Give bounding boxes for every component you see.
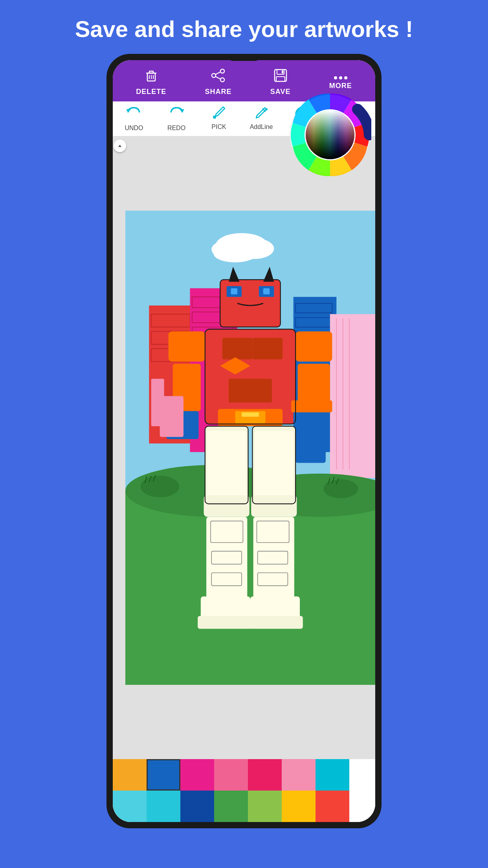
redo-tool[interactable]: REDO (155, 105, 198, 132)
pick-tool[interactable]: PICK (198, 105, 240, 131)
svg-rect-62 (252, 338, 283, 359)
share-label: SHARE (205, 88, 231, 96)
delete-icon (144, 68, 159, 85)
svg-rect-74 (295, 331, 332, 362)
svg-rect-77 (295, 441, 326, 463)
svg-rect-86 (255, 430, 294, 499)
save-button[interactable]: SAVE (270, 68, 291, 96)
palette-color-orange[interactable] (113, 759, 147, 791)
tools-row: UNDO REDO (113, 101, 375, 136)
redo-label: REDO (167, 125, 185, 132)
palette-color-lightblue[interactable] (113, 791, 147, 822)
more-button[interactable]: MORE (329, 74, 352, 90)
svg-rect-90 (249, 616, 303, 629)
svg-rect-48 (125, 491, 375, 685)
svg-rect-87 (251, 495, 297, 517)
svg-marker-16 (180, 109, 184, 112)
more-icon (334, 74, 347, 79)
palette-color-pink2[interactable] (214, 759, 248, 791)
palette-color-pink4[interactable] (282, 759, 316, 791)
share-button[interactable]: SHARE (205, 68, 231, 96)
palette-color-red[interactable] (316, 791, 349, 822)
undo-icon (126, 105, 142, 123)
svg-rect-14 (282, 70, 283, 74)
share-icon (211, 68, 226, 85)
delete-label: DELETE (136, 88, 166, 96)
svg-point-6 (220, 69, 224, 73)
undo-tool[interactable]: UNDO (113, 105, 155, 132)
svg-rect-24 (306, 110, 354, 159)
save-label: SAVE (270, 88, 291, 96)
svg-rect-78 (291, 400, 332, 412)
svg-rect-84 (198, 616, 251, 629)
robot-canvas (125, 136, 375, 759)
svg-rect-69 (169, 331, 205, 362)
svg-rect-82 (206, 517, 247, 603)
palette-color-pink3[interactable] (248, 759, 282, 791)
palette-color-darkblue[interactable] (147, 759, 180, 791)
svg-rect-68 (242, 412, 259, 417)
undo-label: UNDO (125, 125, 143, 132)
page-title: Save and share your artworks ! (0, 0, 488, 54)
svg-marker-15 (126, 109, 131, 112)
svg-rect-81 (204, 495, 250, 517)
palette-color-navy[interactable] (180, 791, 214, 822)
addline-tool[interactable]: AddLine (240, 105, 283, 131)
svg-rect-55 (231, 288, 237, 294)
phone-frame: DELETE SHARE (106, 54, 382, 828)
svg-rect-57 (263, 288, 270, 294)
svg-rect-13 (276, 77, 285, 81)
svg-point-8 (220, 78, 224, 82)
svg-point-18 (265, 108, 268, 110)
redo-icon (169, 105, 184, 123)
svg-point-17 (213, 116, 216, 119)
page-background: Save and share your artworks ! (0, 0, 488, 868)
svg-rect-80 (207, 430, 246, 499)
palette-color-cyan[interactable] (316, 759, 349, 791)
svg-point-31 (214, 245, 257, 263)
svg-line-9 (216, 72, 220, 74)
svg-rect-61 (222, 338, 253, 359)
svg-point-7 (212, 74, 216, 77)
palette-color-pink1[interactable] (180, 759, 214, 791)
delete-button[interactable]: DELETE (136, 68, 166, 96)
palette-color-yellow[interactable] (282, 791, 316, 822)
addline-label: AddLine (250, 123, 273, 131)
svg-rect-76 (294, 411, 328, 441)
addline-icon (254, 105, 269, 122)
phone-notch (228, 54, 260, 61)
canvas-area[interactable] (113, 136, 375, 759)
phone-screen: DELETE SHARE (113, 60, 375, 822)
svg-rect-73 (151, 379, 164, 427)
pick-icon (211, 105, 226, 122)
color-wheel[interactable] (289, 94, 371, 176)
palette-color-teal[interactable] (147, 791, 180, 822)
svg-line-10 (216, 77, 220, 79)
palette-color-green1[interactable] (214, 791, 248, 822)
svg-rect-65 (229, 379, 272, 403)
more-label: MORE (329, 82, 352, 90)
collapse-button[interactable] (114, 140, 126, 152)
palette-color-green2[interactable] (248, 791, 282, 822)
save-icon (273, 68, 288, 85)
svg-marker-26 (118, 145, 121, 147)
color-palette (113, 759, 375, 822)
pick-label: PICK (211, 123, 226, 131)
svg-rect-2 (149, 71, 153, 73)
